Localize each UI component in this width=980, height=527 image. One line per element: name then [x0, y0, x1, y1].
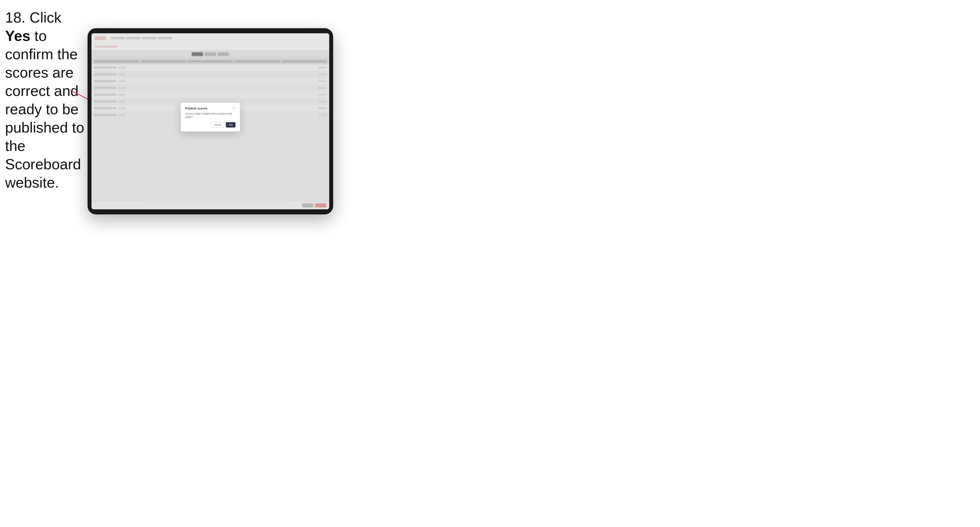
tablet-device: Publish scores × Are you ready to publis… [88, 28, 333, 214]
modal-footer: Cancel Yes [185, 122, 235, 127]
modal-cancel-button[interactable]: Cancel [211, 122, 224, 127]
tablet-screen: Publish scores × Are you ready to publis… [91, 33, 329, 210]
modal-title: Publish scores [185, 106, 207, 110]
modal-body-text: Are you ready to publish these scores to… [185, 112, 235, 119]
instruction-text: 18. Click Yes to confirm the scores are … [5, 8, 87, 192]
publish-scores-modal: Publish scores × Are you ready to publis… [181, 103, 240, 132]
modal-header: Publish scores × [185, 106, 235, 110]
modal-close-button[interactable]: × [232, 106, 235, 110]
modal-overlay: Publish scores × Are you ready to publis… [91, 33, 329, 210]
modal-yes-button[interactable]: Yes [226, 122, 235, 127]
